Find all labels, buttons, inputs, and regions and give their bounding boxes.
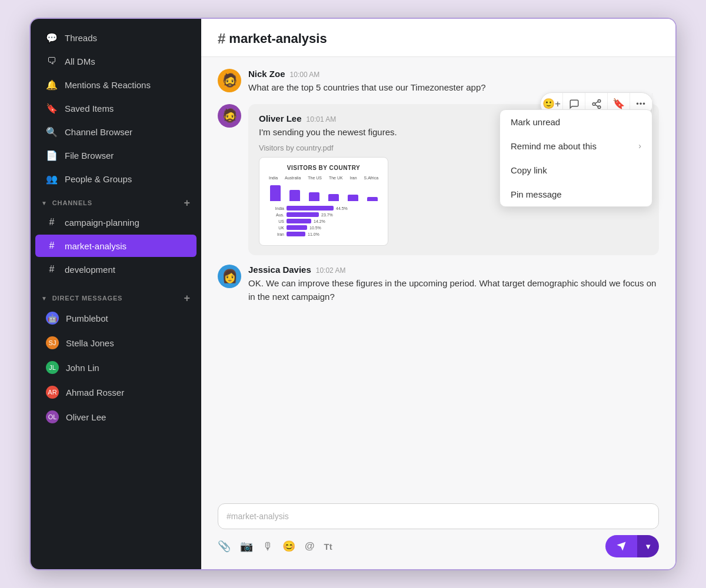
add-dm-button[interactable]: + [184,293,191,303]
copy-link-item[interactable]: Copy link [500,158,652,182]
mark-unread-item[interactable]: Mark unread [500,110,652,134]
message-1: 🧔 Nick Zoe 10:00 AM What are the top 5 c… [218,69,659,95]
channel-browser-icon: 🔍 [46,126,58,138]
sidebar-item-pumblebot[interactable]: 🤖 Pumblebot [35,306,197,330]
pin-message-item[interactable]: Pin message [500,182,652,206]
sidebar-item-threads[interactable]: 💬 Threads [35,26,197,49]
channel-title: # market-analysis [218,31,659,47]
stella-avatar: SJ [46,336,59,349]
bar-india [270,185,281,201]
jessica-author: Jessica Davies [248,265,311,275]
people-icon: 👥 [46,173,58,185]
sidebar-item-stella[interactable]: SJ Stella Jones [35,331,197,355]
hash-icon-market: # [46,240,58,252]
svg-line-4 [595,101,598,103]
input-placeholder[interactable]: #market-analysis [227,512,289,521]
mentions-icon: 🔔 [46,79,58,91]
message-actions-toolbar: 🙂+ 🔖 ••• Mark unread [540,92,653,116]
sidebar-item-mentions[interactable]: 🔔 Mentions & Reactions [35,74,197,96]
sidebar-item-file-browser-label: File Browser [65,151,114,161]
message-3-content: Jessica Davies 10:02 AM OK. We can impro… [248,265,659,303]
threads-icon: 💬 [46,32,58,44]
dm-section-label: DIRECT MESSAGES [52,295,123,302]
send-button[interactable] [605,535,637,557]
sidebar-item-all-dms-label: All DMs [65,56,95,66]
sidebar-dm-john-label: John Lin [66,363,99,373]
jessica-avatar: 👩 [218,265,241,288]
message-2: 🧔 🙂+ 🔖 ••• [218,104,659,256]
john-avatar: JL [46,361,59,374]
sidebar: 💬 Threads 🗨 All DMs 🔔 Mentions & Reactio… [31,19,201,569]
pumblebot-avatar: 🤖 [46,312,59,325]
sidebar-item-channel-browser[interactable]: 🔍 Channel Browser [35,121,197,143]
channel-name: market-analysis [229,31,327,46]
add-channel-button[interactable]: + [184,198,191,208]
sidebar-item-oliver-dm[interactable]: OL Oliver Lee [35,405,197,429]
nick-avatar: 🧔 [218,69,241,92]
sidebar-item-development[interactable]: # development [35,258,197,280]
mic-icon[interactable]: 🎙 [262,540,273,553]
svg-point-2 [598,106,601,109]
channels-section-header: ▼ CHANNELS + [31,191,201,211]
main-content: # market-analysis 🧔 Nick Zoe 10:00 AM Wh… [201,19,675,569]
messages-area: 🧔 Nick Zoe 10:00 AM What are the top 5 c… [201,57,675,496]
sidebar-item-channel-browser-label: Channel Browser [65,127,132,137]
oliver-dm-avatar: OL [46,410,59,423]
format-icon[interactable]: Tt [324,542,332,552]
emoji-icon[interactable]: 😊 [282,540,295,553]
hash-icon-campaign: # [46,216,58,228]
message-2-bubble: 🙂+ 🔖 ••• Mark unread [248,104,659,256]
sidebar-item-john[interactable]: JL John Lin [35,356,197,379]
jessica-time: 10:02 AM [316,266,346,275]
dms-icon: 🗨 [46,55,58,67]
sidebar-item-saved[interactable]: 🔖 Saved Items [35,97,197,119]
sidebar-item-campaign-planning[interactable]: # campaign-planning [35,211,197,233]
message-3: 👩 Jessica Davies 10:02 AM OK. We can imp… [218,265,659,303]
input-area: #market-analysis 📎 📷 🎙 😊 @ Tt ▼ [201,496,675,569]
dm-section-header: ▼ DIRECT MESSAGES + [31,286,201,306]
dm-collapse-arrow[interactable]: ▼ [41,295,48,302]
mention-icon[interactable]: @ [305,540,315,552]
svg-line-3 [595,105,598,106]
oliver-avatar: 🧔 [218,104,241,128]
attachment-preview: VISITORS BY COUNTRY IndiaAustraliaThe US… [259,157,388,246]
oliver-time: 10:01 AM [307,115,337,123]
chart-columns [267,183,381,201]
message-input-box: #market-analysis [218,503,659,529]
nick-time: 10:00 AM [290,71,320,79]
ahmad-avatar: AR [46,386,59,399]
svg-point-0 [598,99,601,102]
bar-safrica [367,197,378,201]
sidebar-dm-pumblebot-label: Pumblebot [66,313,108,323]
sidebar-item-people[interactable]: 👥 People & Groups [35,168,197,190]
send-dropdown-button[interactable]: ▼ [637,535,659,557]
file-browser-icon: 📄 [46,149,58,161]
chart-title: VISITORS BY COUNTRY [267,165,381,171]
input-toolbar: 📎 📷 🎙 😊 @ Tt ▼ [218,535,659,557]
sidebar-item-people-label: People & Groups [65,174,132,184]
sidebar-item-threads-label: Threads [65,33,97,43]
attachment-icon[interactable]: 📎 [218,540,231,553]
remind-me-item[interactable]: Remind me about this › [500,134,652,158]
pin-message-label: Pin message [511,189,562,199]
nick-author: Nick Zoe [248,69,285,79]
channels-collapse-arrow[interactable]: ▼ [41,200,48,206]
svg-point-1 [592,102,595,105]
message-1-content: Nick Zoe 10:00 AM What are the top 5 cou… [248,69,659,95]
bar-iran [348,195,358,201]
jessica-text: OK. We can improve these figures in the … [248,277,659,303]
bar-uk [328,194,339,201]
oliver-author: Oliver Lee [259,113,302,123]
copy-link-label: Copy link [511,165,547,175]
sidebar-item-market-analysis[interactable]: # market-analysis [35,235,197,257]
sidebar-item-all-dms[interactable]: 🗨 All DMs [35,50,197,72]
remind-me-arrow: › [638,141,641,151]
video-icon[interactable]: 📷 [240,540,253,553]
sidebar-item-saved-label: Saved Items [65,103,114,113]
sidebar-item-file-browser[interactable]: 📄 File Browser [35,144,197,166]
sidebar-item-mentions-label: Mentions & Reactions [65,80,151,90]
sidebar-item-ahmad[interactable]: AR Ahmad Rosser [35,380,197,404]
context-menu: Mark unread Remind me about this › Copy … [499,109,652,207]
channel-hash: # [218,31,225,47]
chart-horizontal-bars: India44.5% Aus.23.7% US14.2% UK10.5% Ira… [267,206,381,236]
